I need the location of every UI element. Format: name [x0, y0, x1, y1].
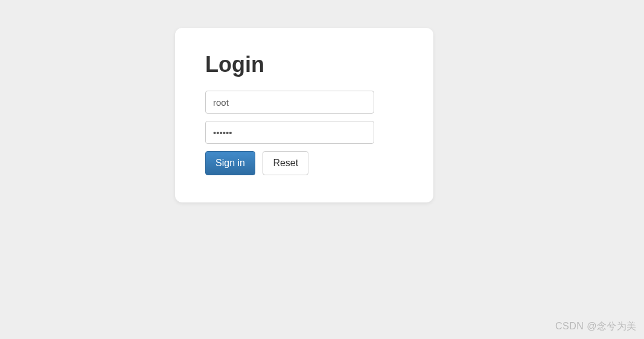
button-row: Sign in Reset — [205, 151, 403, 175]
login-title: Login — [205, 52, 403, 77]
password-input[interactable] — [205, 121, 374, 144]
watermark-text: CSDN @念兮为美 — [555, 320, 637, 333]
signin-button[interactable]: Sign in — [205, 151, 255, 175]
username-input[interactable] — [205, 91, 374, 114]
login-card: Login Sign in Reset — [175, 28, 433, 202]
reset-button[interactable]: Reset — [263, 151, 308, 175]
